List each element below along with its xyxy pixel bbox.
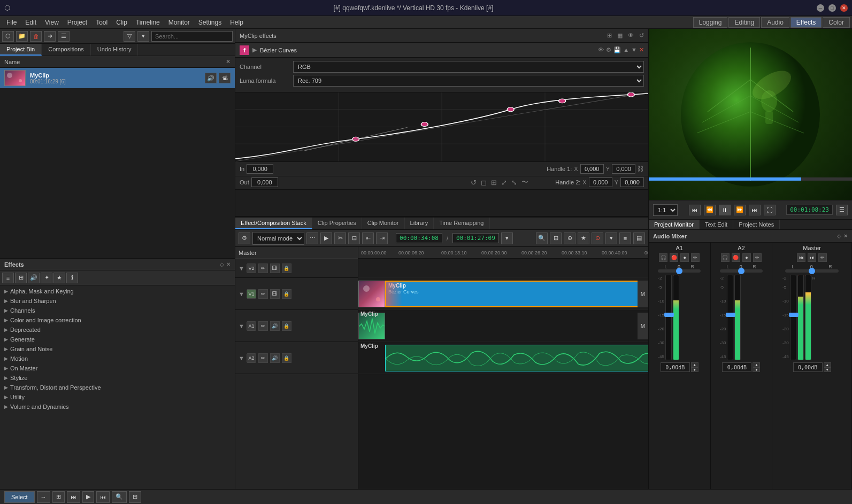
handle1-x-input[interactable] — [580, 164, 604, 174]
a2-expand[interactable]: ▼ — [239, 355, 244, 361]
a1-headphones-btn[interactable]: 🎧 — [659, 253, 667, 262]
play-btn[interactable]: ⏸ — [719, 205, 731, 215]
delete-effect-icon[interactable]: ✕ — [639, 46, 644, 53]
a2-pan-slider[interactable] — [720, 269, 763, 273]
fullscreen-btn[interactable]: ⛶ — [764, 205, 776, 215]
effect-onmaster[interactable]: ▶ On Master — [0, 363, 235, 373]
effect-deprecated[interactable]: ▶ Deprecated — [0, 325, 235, 335]
handle1-y-input[interactable] — [612, 164, 635, 174]
tab-library[interactable]: Library — [405, 218, 434, 229]
effect-motion[interactable]: ▶ Motion — [0, 354, 235, 363]
close-project-btn[interactable]: ✕ — [226, 58, 231, 65]
tab-text-edit[interactable]: Text Edit — [700, 220, 733, 229]
a2-audio-btn[interactable]: 🔊 — [270, 353, 280, 363]
expand-arrow[interactable]: ▶ — [252, 46, 257, 53]
a2-solo-btn[interactable]: ● — [742, 253, 751, 262]
bottom-arrow-btn[interactable]: → — [37, 491, 50, 503]
a1-pan-slider[interactable] — [658, 269, 701, 273]
menu-project[interactable]: Project — [63, 18, 91, 27]
effect-transform[interactable]: ▶ Transform, Distort and Perspective — [0, 383, 235, 392]
cut-btn[interactable]: ✂ — [334, 232, 346, 244]
effect-color[interactable]: ▶ Color and Image correction — [0, 315, 235, 325]
a2-fader-track[interactable] — [727, 275, 733, 360]
clip-item-myclip[interactable]: MyClip 00:01:16:29 [6] 🔊 📽 — [0, 68, 235, 88]
preview-menu-btn[interactable]: ☰ — [836, 205, 848, 215]
a2-db-input[interactable] — [722, 362, 751, 372]
a2-mute-btn[interactable]: 🔴 — [732, 253, 740, 262]
refresh-icon[interactable]: ↺ — [639, 32, 644, 39]
menu-settings[interactable]: Settings — [194, 18, 226, 27]
channel-select[interactable]: RGB — [293, 61, 644, 73]
expand-icon[interactable]: ⤡ — [511, 179, 517, 187]
master-db-input[interactable] — [793, 362, 823, 372]
a1-label-btn[interactable]: A1 — [247, 321, 256, 331]
minimize-button[interactable]: ─ — [817, 4, 824, 12]
grid-icon[interactable]: ⊞ — [607, 32, 612, 39]
effects-info-btn[interactable]: ℹ — [66, 273, 78, 283]
bottom-film-btn[interactable]: ⊞ — [52, 491, 65, 503]
bottom-zoom-btn[interactable]: 🔍 — [112, 491, 127, 503]
master-db-down[interactable]: ▼ — [824, 367, 831, 372]
v1-film-btn[interactable]: 🎞 — [270, 289, 280, 299]
menu-clip[interactable]: Clip — [112, 18, 132, 27]
arrow-icon[interactable]: ⤢ — [501, 179, 507, 187]
tab-undo-history[interactable]: Undo History — [91, 44, 139, 56]
a2-pencil-btn[interactable]: ✏ — [753, 253, 762, 262]
effect-channels[interactable]: ▶ Channels — [0, 306, 235, 315]
a1-fader-track[interactable] — [665, 275, 672, 360]
handle2-x-input[interactable] — [589, 177, 612, 187]
dots-icon[interactable]: ⊞ — [491, 179, 497, 187]
master-db-up[interactable]: ▲ — [824, 362, 831, 367]
bottom-grid-btn[interactable]: ⊞ — [129, 491, 141, 503]
effects-list-btn[interactable]: ≡ — [2, 273, 14, 283]
save-icon[interactable]: 💾 — [613, 46, 621, 53]
record-btn[interactable]: ⊙ — [592, 232, 603, 244]
master-fwd-btn[interactable]: ⏭ — [808, 253, 816, 262]
bottom-out-btn[interactable]: ⏮ — [96, 491, 110, 503]
bezier-curve-area[interactable] — [235, 92, 648, 162]
filter-button[interactable]: ▽ — [124, 31, 135, 42]
v2-lock2-btn[interactable]: 🔒 — [282, 263, 291, 273]
effect-volume[interactable]: ▶ Volume and Dynamics — [0, 402, 235, 412]
handle2-y-input[interactable] — [620, 177, 644, 187]
effects-fav-btn[interactable]: ★ — [53, 273, 65, 283]
master-prev-btn[interactable]: ⏮ — [797, 253, 805, 262]
bottom-play-btn[interactable]: ▶ — [82, 491, 94, 503]
a2-pan-handle[interactable] — [738, 268, 744, 274]
a2-db-down[interactable]: ▼ — [753, 367, 760, 372]
up-icon[interactable]: ▲ — [623, 46, 629, 53]
tab-project-bin[interactable]: Project Bin — [0, 44, 42, 56]
tab-effect-composition[interactable]: Effect/Composition Stack — [235, 218, 312, 229]
clip-audio-btn[interactable]: 🔊 — [205, 73, 217, 83]
tab-audio[interactable]: Audio — [761, 17, 789, 28]
a1-pan-handle[interactable] — [676, 268, 682, 274]
bottom-in-btn[interactable]: ⏭ — [67, 491, 80, 503]
v2-expand[interactable]: ▼ — [239, 265, 244, 272]
a1-db-up[interactable]: ▲ — [691, 362, 699, 367]
split-audio-btn[interactable]: ⊟ — [348, 232, 360, 244]
split-btn[interactable]: ⊞ — [550, 232, 562, 244]
eye-icon[interactable]: 👁 — [598, 46, 604, 53]
tab-compositions[interactable]: Compositions — [42, 44, 91, 56]
a2-label-btn[interactable]: A2 — [247, 353, 256, 363]
filter-drop-button[interactable]: ▾ — [137, 31, 149, 42]
a1-audio-btn[interactable]: 🔊 — [270, 321, 280, 331]
sliders-icon[interactable]: ⚙ — [606, 46, 611, 53]
menu-file[interactable]: File — [2, 18, 21, 27]
v2-lock-btn[interactable]: V2 — [247, 263, 256, 273]
link-icon[interactable]: ⛓ — [638, 165, 644, 173]
master-fader-track[interactable] — [790, 275, 796, 360]
time-dropdown-btn[interactable]: ▾ — [501, 232, 513, 244]
waves-icon[interactable]: 〜 — [521, 177, 528, 187]
reset-icon[interactable]: ↺ — [471, 179, 477, 187]
effect-generate[interactable]: ▶ Generate — [0, 335, 235, 344]
effects-close-icon[interactable]: ✕ — [226, 261, 231, 267]
tab-color[interactable]: Color — [823, 17, 850, 28]
menu-help[interactable]: Help — [226, 18, 248, 27]
a1-mute-btn[interactable]: 🔴 — [670, 253, 678, 262]
a2-headphones-btn[interactable]: 🎧 — [721, 253, 730, 262]
luma-select[interactable]: Rec. 709 — [293, 75, 644, 87]
master-pan-handle[interactable] — [809, 268, 815, 274]
effect-f-button[interactable]: f — [240, 45, 249, 55]
menu-timeline[interactable]: Timeline — [132, 18, 164, 27]
